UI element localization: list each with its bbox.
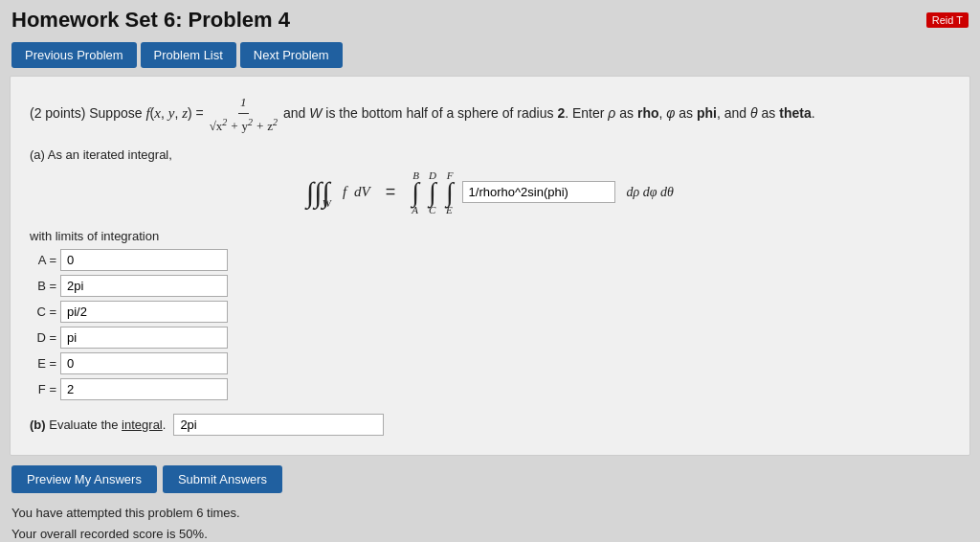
limit-row-b: B = (30, 275, 950, 297)
dv-text: dV (354, 184, 370, 200)
part-b-label: (b) Evaluate the integral. (30, 418, 166, 432)
label-f: F = (30, 382, 56, 396)
label-e: E = (30, 356, 56, 371)
diff-text: dρ dφ dθ (627, 185, 674, 200)
inner-integral: F ∫ E (446, 169, 454, 215)
limit-row-d: D = (30, 327, 950, 349)
part-b-row: (b) Evaluate the integral. (30, 414, 950, 436)
inner-sym: ∫ (446, 179, 454, 206)
prev-problem-button[interactable]: Previous Problem (11, 42, 137, 68)
page-title: Homework Set 6: Problem 4 (11, 8, 290, 33)
limits-title: with limits of integration (30, 229, 950, 243)
integrand-f: f (343, 184, 346, 200)
part-a-label: (a) As an iterated integral, (30, 147, 950, 162)
outer-integral: B ∫ A (412, 169, 419, 215)
limit-row-f: F = (30, 378, 950, 400)
integral-row: ∫∫∫ W f dV = B ∫ A D ∫ C F ∫ E dρ dφ dθ (30, 169, 950, 215)
label-c: C = (30, 305, 56, 319)
and-w-text: and W is the bottom half of a sphere of … (283, 105, 815, 121)
nav-buttons: Previous Problem Problem List Next Probl… (0, 36, 980, 76)
label-d: D = (30, 330, 56, 345)
triple-integral-left: ∫∫∫ W (306, 178, 331, 207)
bottom-buttons: Preview My Answers Submit Answers (0, 456, 980, 499)
middle-sym: ∫ (429, 179, 436, 206)
part-b-input[interactable] (173, 414, 384, 436)
input-a[interactable] (60, 249, 228, 271)
problem-box: (2 points) Suppose f(x, y, z) = 1 √x2 + … (10, 76, 970, 456)
preview-answers-button[interactable]: Preview My Answers (11, 465, 157, 493)
input-b[interactable] (60, 275, 228, 297)
limit-row-a: A = (30, 249, 950, 271)
input-e[interactable] (60, 352, 228, 374)
points-label: (2 points) Suppose (30, 105, 145, 121)
func-close: ) = (188, 105, 208, 121)
status-text: You have attempted this problem 6 times.… (0, 499, 980, 542)
label-b: B = (30, 279, 56, 293)
middle-lower: C (429, 204, 435, 215)
limit-row-c: C = (30, 301, 950, 323)
status-line-1: You have attempted this problem 6 times. (11, 503, 969, 524)
problem-list-button[interactable]: Problem List (141, 42, 236, 68)
func-x: x (154, 105, 161, 121)
reid-badge: Reid T (926, 12, 969, 28)
middle-integral: D ∫ C (429, 169, 436, 215)
comma2: , (174, 105, 182, 121)
problem-statement: (2 points) Suppose f(x, y, z) = 1 √x2 + … (30, 92, 950, 138)
w-subscript: W (323, 197, 331, 209)
frac-numerator: 1 (238, 92, 249, 114)
frac-denominator: √x2 + y2 + z2 (208, 114, 279, 137)
label-a: A = (30, 253, 56, 267)
comma1: , (161, 105, 168, 121)
input-d[interactable] (60, 327, 228, 349)
input-c[interactable] (60, 301, 228, 323)
inner-lower: E (446, 204, 453, 215)
equals: = (386, 182, 396, 202)
integrand-input[interactable] (462, 181, 615, 203)
outer-lower: A (412, 204, 418, 215)
status-line-2: Your overall recorded score is 50%. (11, 524, 969, 542)
fraction: 1 √x2 + y2 + z2 (208, 92, 279, 138)
limits-section: with limits of integration A = B = C = D… (30, 229, 950, 400)
limit-row-e: E = (30, 352, 950, 374)
input-f[interactable] (60, 378, 228, 400)
next-problem-button[interactable]: Next Problem (240, 42, 343, 68)
outer-sym: ∫ (412, 179, 419, 206)
submit-answers-button[interactable]: Submit Answers (163, 465, 282, 493)
